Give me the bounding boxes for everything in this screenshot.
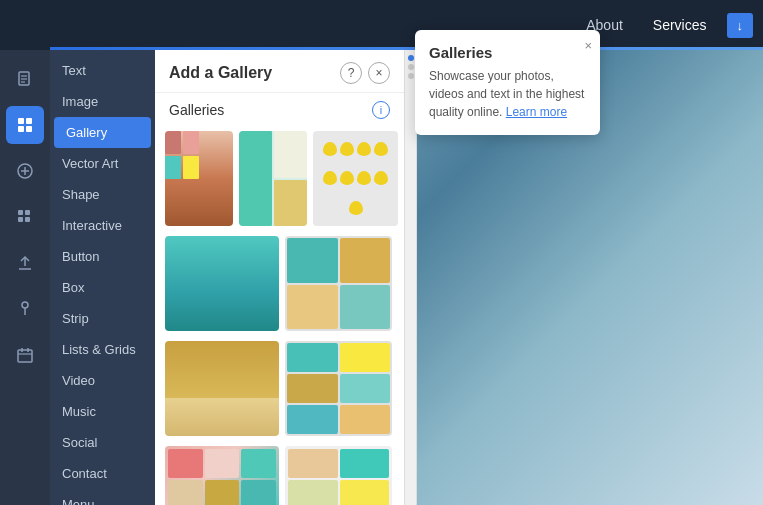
gallery-thumb-desert-grid[interactable] [285,236,392,331]
gallery-tooltip: × Galleries Showcase your photos, videos… [415,30,600,135]
svg-rect-5 [26,118,32,124]
gallery-tooltip-link[interactable]: Learn more [506,105,567,119]
svg-rect-14 [25,217,30,222]
gallery-tooltip-close[interactable]: × [584,38,592,53]
menu-item-box[interactable]: Box [50,272,155,303]
gallery-items-container[interactable] [155,127,404,505]
svg-point-16 [22,302,28,308]
gallery-row-3 [165,341,394,436]
side-menu: Text Image Gallery Vector Art Shape Inte… [50,50,155,505]
menu-item-video[interactable]: Video [50,365,155,396]
toolbar-apps[interactable] [6,198,44,236]
download-icon: ↓ [737,18,744,33]
svg-rect-11 [18,210,23,215]
menu-item-text[interactable]: Text [50,55,155,86]
svg-rect-6 [18,126,24,132]
gallery-tooltip-text: Showcase your photos, videos and text in… [429,67,586,121]
svg-rect-7 [26,126,32,132]
gallery-modal: Add a Gallery ? × Galleries i [155,50,405,505]
menu-item-social[interactable]: Social [50,427,155,458]
nav-services[interactable]: Services [643,11,717,39]
download-button[interactable]: ↓ [727,13,754,38]
toolbar-pen[interactable] [6,290,44,328]
toolbar-grid[interactable] [6,106,44,144]
gallery-section-header: Galleries i [155,93,404,127]
scroll-dot-1 [408,55,414,61]
menu-item-button[interactable]: Button [50,241,155,272]
gallery-row-2 [165,236,394,331]
nav-links: About Services ↓ [576,11,753,39]
gallery-row-1 [165,131,394,226]
menu-item-contact[interactable]: Contact [50,458,155,489]
toolbar-upload[interactable] [6,244,44,282]
gallery-thumb-lemons[interactable] [313,131,398,226]
gallery-help-button[interactable]: ? [340,62,362,84]
scroll-dot-2 [408,64,414,70]
gallery-modal-header: Add a Gallery ? × [155,50,404,93]
left-toolbar [0,50,50,505]
gallery-thumb-desert-wide[interactable] [165,341,279,436]
gallery-info-icon[interactable]: i [372,101,390,119]
gallery-thumb-ocean[interactable] [165,236,279,331]
gallery-thumb-mosaic[interactable] [165,131,233,226]
menu-item-image[interactable]: Image [50,86,155,117]
gallery-section-label: Galleries [169,102,224,118]
menu-item-shape[interactable]: Shape [50,179,155,210]
menu-item-interactive[interactable]: Interactive [50,210,155,241]
menu-item-music[interactable]: Music [50,396,155,427]
gallery-modal-actions: ? × [340,62,390,84]
gallery-row-4 [165,446,394,505]
menu-item-lists-grids[interactable]: Lists & Grids [50,334,155,365]
gallery-close-button[interactable]: × [368,62,390,84]
top-navbar: About Services ↓ [0,0,763,50]
toolbar-document[interactable] [6,60,44,98]
svg-rect-13 [18,217,23,222]
svg-rect-18 [18,350,32,362]
toolbar-add[interactable] [6,152,44,190]
svg-rect-4 [18,118,24,124]
gallery-thumb-simple-grid[interactable] [285,446,392,505]
menu-item-strip[interactable]: Strip [50,303,155,334]
menu-item-vector-art[interactable]: Vector Art [50,148,155,179]
scroll-dot-3 [408,73,414,79]
menu-item-menu[interactable]: Menu [50,489,155,505]
gallery-thumb-teal-mosaic[interactable] [239,131,307,226]
svg-rect-12 [25,210,30,215]
gallery-thumb-colorful[interactable] [165,446,279,505]
gallery-tooltip-title: Galleries [429,44,586,61]
toolbar-calendar[interactable] [6,336,44,374]
menu-item-gallery[interactable]: Gallery [54,117,151,148]
gallery-modal-title: Add a Gallery [169,64,272,82]
gallery-thumb-photo-grid[interactable] [285,341,392,436]
